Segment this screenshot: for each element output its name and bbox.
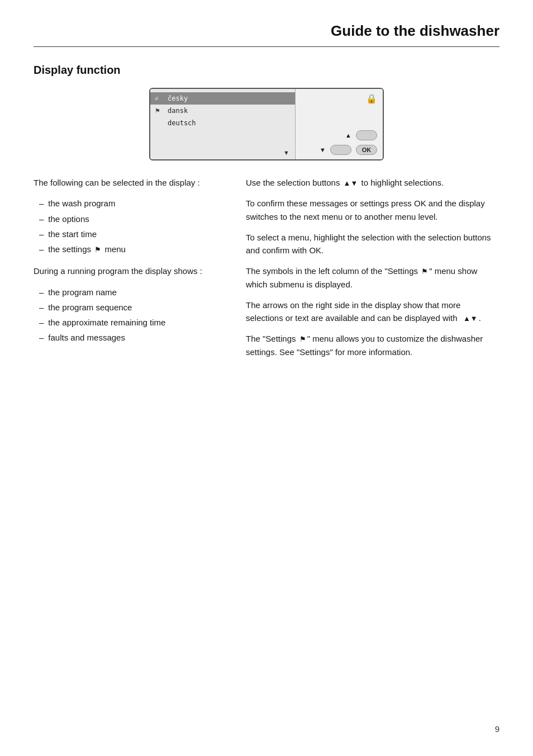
list-item-remaining-time-text: the approximate remaining time bbox=[48, 316, 165, 329]
page-title: Guide to the dishwasher bbox=[331, 22, 499, 39]
right-para3: To select a menu, highlight the selectio… bbox=[246, 231, 499, 257]
list-item-remaining-time: – the approximate remaining time bbox=[34, 316, 223, 329]
tri-arrows-2: ▲▼ bbox=[463, 313, 478, 324]
up-arrow-label: ▲ bbox=[345, 132, 351, 139]
display-row-1: ≠ česky bbox=[150, 92, 295, 105]
right-para5: The arrows on the right side in the disp… bbox=[246, 299, 499, 325]
right-para1: Use the selection buttons ▲▼ to highligh… bbox=[246, 176, 499, 189]
row2-icon: ⚑ bbox=[155, 107, 165, 115]
list-item-program-name-text: the program name bbox=[48, 286, 117, 299]
up-button[interactable] bbox=[356, 130, 377, 140]
list-item-start-text: the start time bbox=[48, 228, 97, 240]
list-item-options: – the options bbox=[34, 212, 223, 225]
list-item-start: – the start time bbox=[34, 228, 223, 240]
row1-icon: ≠ bbox=[155, 95, 165, 102]
list-item-settings-text: the settings ⚑ menu bbox=[48, 243, 126, 256]
right-column: Use the selection buttons ▲▼ to highligh… bbox=[246, 176, 499, 366]
page-number: 9 bbox=[495, 724, 499, 734]
display-row-2: ⚑ dansk bbox=[150, 105, 295, 117]
page-header: Guide to the dishwasher bbox=[34, 22, 499, 47]
list-item-wash-text: the wash program bbox=[48, 197, 115, 210]
down-button[interactable] bbox=[330, 145, 351, 155]
lock-icon: 🔒 bbox=[366, 93, 377, 104]
display-right-inner: 🔒 ▲ ▼ OK bbox=[301, 93, 377, 155]
section-heading: Display function bbox=[34, 64, 499, 77]
display-buttons: ▲ ▼ OK bbox=[320, 130, 377, 155]
list2: – the program name – the program sequenc… bbox=[34, 286, 223, 344]
tri-arrows-1: ▲▼ bbox=[344, 178, 358, 189]
left-column: The following can be selected in the dis… bbox=[34, 176, 223, 366]
right-para4: The symbols in the left column of the "S… bbox=[246, 264, 499, 291]
display-image-container: ≠ česky ⚑ dansk deutsch ▼ 🔒 bbox=[34, 88, 499, 160]
list-item-settings: – the settings ⚑ menu bbox=[34, 243, 223, 256]
row3-text: deutsch bbox=[168, 119, 196, 127]
list-item-faults: – faults and messages bbox=[34, 331, 223, 344]
flag-icon-2: ⚑ bbox=[421, 266, 428, 277]
intro-text: The following can be selected in the dis… bbox=[34, 176, 223, 189]
display-row-3: deutsch bbox=[150, 117, 295, 129]
right-para2: To confirm these messages or settings pr… bbox=[246, 197, 499, 223]
right-para6: The "Settings ⚑" menu allows you to cust… bbox=[246, 332, 499, 358]
display-right-panel: 🔒 ▲ ▼ OK bbox=[296, 89, 383, 159]
row1-text: česky bbox=[168, 94, 188, 102]
ok-button[interactable]: OK bbox=[356, 145, 377, 155]
flag-icon-1: ⚑ bbox=[94, 244, 101, 256]
display-mockup: ≠ česky ⚑ dansk deutsch ▼ 🔒 bbox=[149, 88, 384, 160]
row2-text: dansk bbox=[168, 107, 188, 115]
down-ok-button-row: ▼ OK bbox=[320, 145, 377, 155]
list-item-faults-text: faults and messages bbox=[48, 331, 125, 344]
display-down-arrow: ▼ bbox=[283, 149, 289, 156]
down-arrow-label: ▼ bbox=[320, 147, 326, 153]
display-left-panel: ≠ česky ⚑ dansk deutsch ▼ bbox=[150, 89, 296, 159]
two-col-layout: The following can be selected in the dis… bbox=[34, 176, 499, 366]
list-item-wash: – the wash program bbox=[34, 197, 223, 210]
flag-icon-3: ⚑ bbox=[299, 334, 306, 345]
list-item-program-seq: – the program sequence bbox=[34, 301, 223, 314]
up-button-row: ▲ bbox=[345, 130, 377, 140]
list1: – the wash program – the options – the s… bbox=[34, 197, 223, 256]
list-item-program-seq-text: the program sequence bbox=[48, 301, 132, 314]
list-item-program-name: – the program name bbox=[34, 286, 223, 299]
during-text: During a running program the display sho… bbox=[34, 264, 223, 277]
list-item-options-text: the options bbox=[48, 212, 89, 225]
